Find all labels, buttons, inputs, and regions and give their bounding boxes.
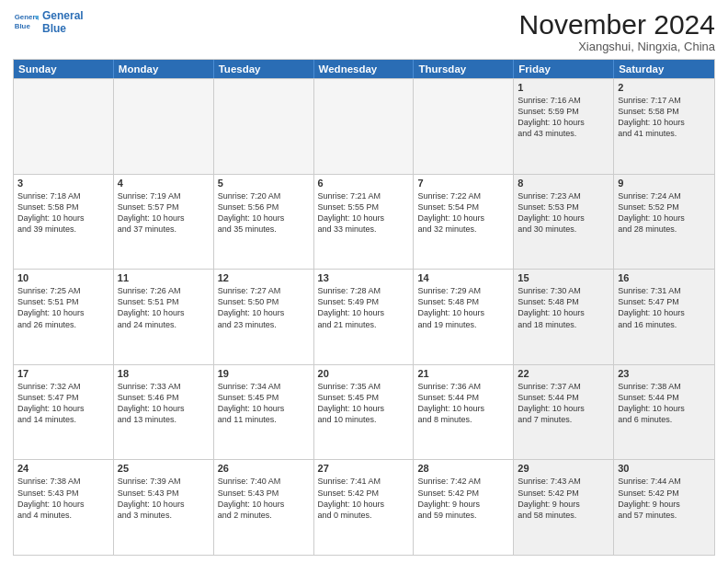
logo-text: General Blue [42, 9, 84, 36]
calendar-body: 1Sunrise: 7:16 AM Sunset: 5:59 PM Daylig… [14, 78, 714, 555]
week-row-3: 10Sunrise: 7:25 AM Sunset: 5:51 PM Dayli… [14, 269, 714, 364]
day-number: 29 [518, 463, 609, 474]
day-cell-8: 8Sunrise: 7:23 AM Sunset: 5:53 PM Daylig… [514, 175, 614, 270]
logo-line1: General [42, 9, 84, 22]
day-info: Sunrise: 7:36 AM Sunset: 5:44 PM Dayligh… [417, 381, 509, 426]
day-number: 24 [17, 463, 109, 474]
day-number: 18 [118, 368, 210, 379]
logo-line2: Blue [42, 22, 84, 35]
day-cell-empty [14, 79, 114, 174]
day-number: 2 [618, 82, 711, 93]
day-cell-3: 3Sunrise: 7:18 AM Sunset: 5:58 PM Daylig… [14, 175, 114, 270]
day-info: Sunrise: 7:38 AM Sunset: 5:44 PM Dayligh… [618, 381, 711, 426]
day-number: 21 [417, 368, 509, 379]
day-number: 19 [218, 368, 310, 379]
header-cell-monday: Monday [114, 60, 214, 78]
day-cell-16: 16Sunrise: 7:31 AM Sunset: 5:47 PM Dayli… [614, 270, 714, 364]
day-number: 3 [17, 178, 109, 189]
day-cell-6: 6Sunrise: 7:21 AM Sunset: 5:55 PM Daylig… [314, 175, 415, 270]
day-info: Sunrise: 7:16 AM Sunset: 5:59 PM Dayligh… [518, 95, 609, 140]
day-info: Sunrise: 7:26 AM Sunset: 5:51 PM Dayligh… [118, 285, 210, 330]
day-number: 10 [17, 272, 109, 283]
day-number: 28 [417, 463, 509, 474]
day-cell-9: 9Sunrise: 7:24 AM Sunset: 5:52 PM Daylig… [614, 175, 714, 270]
day-info: Sunrise: 7:19 AM Sunset: 5:57 PM Dayligh… [118, 190, 210, 236]
day-info: Sunrise: 7:43 AM Sunset: 5:42 PM Dayligh… [518, 476, 609, 521]
day-number: 15 [518, 272, 609, 283]
day-cell-12: 12Sunrise: 7:27 AM Sunset: 5:50 PM Dayli… [214, 270, 314, 364]
header-cell-tuesday: Tuesday [214, 60, 314, 78]
day-number: 13 [318, 272, 410, 283]
day-info: Sunrise: 7:20 AM Sunset: 5:56 PM Dayligh… [218, 190, 310, 236]
day-info: Sunrise: 7:40 AM Sunset: 5:43 PM Dayligh… [218, 476, 310, 521]
day-info: Sunrise: 7:23 AM Sunset: 5:53 PM Dayligh… [518, 190, 609, 236]
day-cell-22: 22Sunrise: 7:37 AM Sunset: 5:44 PM Dayli… [514, 365, 614, 460]
day-number: 12 [218, 272, 310, 283]
day-cell-13: 13Sunrise: 7:28 AM Sunset: 5:49 PM Dayli… [314, 270, 415, 364]
day-info: Sunrise: 7:28 AM Sunset: 5:49 PM Dayligh… [318, 285, 410, 330]
header-cell-thursday: Thursday [414, 60, 514, 78]
header-cell-friday: Friday [514, 60, 614, 78]
day-cell-7: 7Sunrise: 7:22 AM Sunset: 5:54 PM Daylig… [414, 175, 514, 270]
week-row-1: 1Sunrise: 7:16 AM Sunset: 5:59 PM Daylig… [14, 78, 714, 174]
header-cell-saturday: Saturday [614, 60, 714, 78]
day-cell-20: 20Sunrise: 7:35 AM Sunset: 5:45 PM Dayli… [314, 365, 415, 460]
day-cell-1: 1Sunrise: 7:16 AM Sunset: 5:59 PM Daylig… [514, 79, 614, 174]
day-info: Sunrise: 7:35 AM Sunset: 5:45 PM Dayligh… [318, 381, 410, 426]
day-cell-10: 10Sunrise: 7:25 AM Sunset: 5:51 PM Dayli… [14, 270, 114, 364]
day-info: Sunrise: 7:33 AM Sunset: 5:46 PM Dayligh… [118, 381, 210, 426]
logo-icon: General Blue [13, 9, 39, 35]
day-number: 14 [417, 272, 509, 283]
calendar-header: SundayMondayTuesdayWednesdayThursdayFrid… [14, 60, 714, 78]
day-number: 1 [518, 82, 609, 93]
day-info: Sunrise: 7:37 AM Sunset: 5:44 PM Dayligh… [518, 381, 609, 426]
title-block: November 2024 Xiangshui, Ningxia, China [519, 9, 715, 53]
day-info: Sunrise: 7:41 AM Sunset: 5:42 PM Dayligh… [318, 476, 410, 521]
week-row-2: 3Sunrise: 7:18 AM Sunset: 5:58 PM Daylig… [14, 174, 714, 270]
logo: General Blue General Blue [13, 9, 84, 36]
week-row-4: 17Sunrise: 7:32 AM Sunset: 5:47 PM Dayli… [14, 364, 714, 460]
day-cell-21: 21Sunrise: 7:36 AM Sunset: 5:44 PM Dayli… [414, 365, 514, 460]
day-info: Sunrise: 7:34 AM Sunset: 5:45 PM Dayligh… [218, 381, 310, 426]
day-number: 6 [318, 178, 410, 189]
day-cell-28: 28Sunrise: 7:42 AM Sunset: 5:42 PM Dayli… [414, 460, 514, 555]
day-info: Sunrise: 7:42 AM Sunset: 5:42 PM Dayligh… [417, 476, 509, 521]
day-info: Sunrise: 7:39 AM Sunset: 5:43 PM Dayligh… [118, 476, 210, 521]
day-cell-17: 17Sunrise: 7:32 AM Sunset: 5:47 PM Dayli… [14, 365, 114, 460]
day-number: 5 [218, 178, 310, 189]
day-cell-18: 18Sunrise: 7:33 AM Sunset: 5:46 PM Dayli… [114, 365, 214, 460]
day-cell-5: 5Sunrise: 7:20 AM Sunset: 5:56 PM Daylig… [214, 175, 314, 270]
calendar: SundayMondayTuesdayWednesdayThursdayFrid… [13, 59, 715, 556]
day-cell-26: 26Sunrise: 7:40 AM Sunset: 5:43 PM Dayli… [214, 460, 314, 555]
day-info: Sunrise: 7:21 AM Sunset: 5:55 PM Dayligh… [318, 190, 410, 236]
day-info: Sunrise: 7:38 AM Sunset: 5:43 PM Dayligh… [17, 476, 109, 521]
day-number: 17 [17, 368, 109, 379]
day-cell-24: 24Sunrise: 7:38 AM Sunset: 5:43 PM Dayli… [14, 460, 114, 555]
day-cell-27: 27Sunrise: 7:41 AM Sunset: 5:42 PM Dayli… [314, 460, 415, 555]
day-cell-19: 19Sunrise: 7:34 AM Sunset: 5:45 PM Dayli… [214, 365, 314, 460]
week-row-5: 24Sunrise: 7:38 AM Sunset: 5:43 PM Dayli… [14, 459, 714, 555]
day-info: Sunrise: 7:31 AM Sunset: 5:47 PM Dayligh… [618, 285, 711, 330]
day-info: Sunrise: 7:18 AM Sunset: 5:58 PM Dayligh… [17, 190, 109, 236]
day-number: 11 [118, 272, 210, 283]
header-cell-wednesday: Wednesday [314, 60, 415, 78]
day-info: Sunrise: 7:44 AM Sunset: 5:42 PM Dayligh… [618, 476, 711, 521]
day-cell-25: 25Sunrise: 7:39 AM Sunset: 5:43 PM Dayli… [114, 460, 214, 555]
day-info: Sunrise: 7:24 AM Sunset: 5:52 PM Dayligh… [618, 190, 711, 236]
day-cell-2: 2Sunrise: 7:17 AM Sunset: 5:58 PM Daylig… [614, 79, 714, 174]
day-cell-14: 14Sunrise: 7:29 AM Sunset: 5:48 PM Dayli… [414, 270, 514, 364]
month-title: November 2024 [519, 9, 715, 40]
day-cell-15: 15Sunrise: 7:30 AM Sunset: 5:48 PM Dayli… [514, 270, 614, 364]
day-cell-23: 23Sunrise: 7:38 AM Sunset: 5:44 PM Dayli… [614, 365, 714, 460]
day-number: 25 [118, 463, 210, 474]
day-cell-29: 29Sunrise: 7:43 AM Sunset: 5:42 PM Dayli… [514, 460, 614, 555]
day-info: Sunrise: 7:25 AM Sunset: 5:51 PM Dayligh… [17, 285, 109, 330]
day-number: 22 [518, 368, 609, 379]
day-number: 23 [618, 368, 711, 379]
day-number: 4 [118, 178, 210, 189]
day-cell-11: 11Sunrise: 7:26 AM Sunset: 5:51 PM Dayli… [114, 270, 214, 364]
day-cell-empty [214, 79, 314, 174]
day-info: Sunrise: 7:27 AM Sunset: 5:50 PM Dayligh… [218, 285, 310, 330]
day-cell-30: 30Sunrise: 7:44 AM Sunset: 5:42 PM Dayli… [614, 460, 714, 555]
day-info: Sunrise: 7:30 AM Sunset: 5:48 PM Dayligh… [518, 285, 609, 330]
